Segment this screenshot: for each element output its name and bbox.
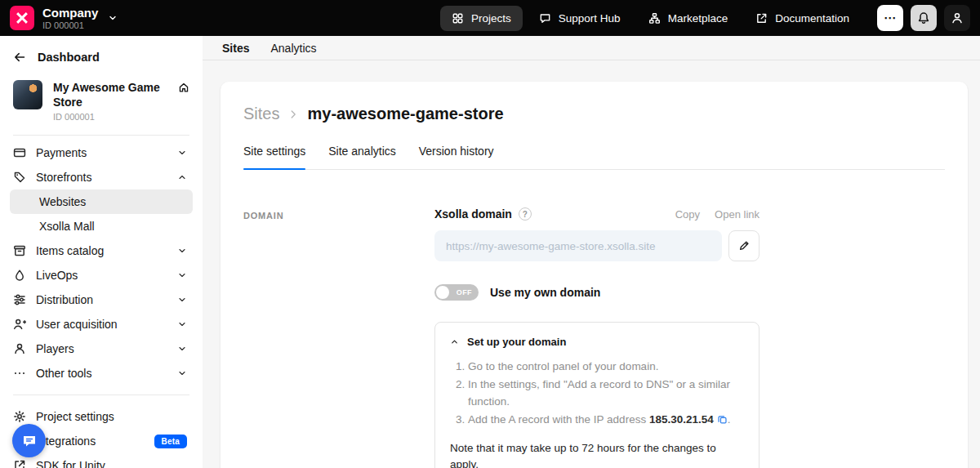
chevron-down-icon: [108, 13, 118, 23]
sidebar: Dashboard My Awesome Game Store ID 00000…: [0, 36, 203, 468]
external-link-icon: [13, 459, 26, 468]
project-name: My Awesome Game Store: [53, 80, 167, 109]
liveops-icon: [13, 269, 26, 282]
section-label-domain: DOMAIN: [243, 207, 434, 468]
chevron-down-icon: [177, 270, 187, 280]
breadcrumb-sites-link[interactable]: Sites: [243, 105, 279, 123]
setup-step-1: Go to the control panel of your domain.: [468, 359, 744, 375]
setup-note: Note that it may take up to 72 hours for…: [450, 440, 744, 468]
sidebar-item-payments[interactable]: Payments: [10, 140, 193, 165]
sidebar-item-xsolla-mall[interactable]: Xsolla Mall: [10, 214, 193, 238]
copy-icon[interactable]: [717, 414, 728, 425]
sidebar-item-players[interactable]: Players: [10, 337, 193, 361]
chat-bubble-icon: [539, 12, 551, 25]
chevron-up-icon: [450, 337, 459, 346]
nav-projects[interactable]: Projects: [440, 6, 523, 31]
xsolla-logo: [10, 6, 34, 30]
topbar-nav: Projects Support Hub Marketplace Documen…: [440, 6, 861, 31]
own-domain-label: Use my own domain: [490, 286, 600, 299]
nav-projects-label: Projects: [471, 12, 511, 25]
setup-step-2: In the settings, find "Add a record to D…: [468, 377, 744, 410]
company-id: ID 000001: [42, 20, 98, 31]
gear-icon: [13, 410, 26, 423]
sidebar-item-websites[interactable]: Websites: [10, 189, 193, 214]
payments-icon: [13, 146, 26, 159]
tab-site-settings[interactable]: Site settings: [243, 145, 305, 169]
main-area: Sites Analytics Sites my-awesome-game-st…: [203, 36, 980, 468]
sidebar-item-distribution[interactable]: Distribution: [10, 287, 193, 312]
beta-badge: Beta: [154, 435, 187, 448]
sidebar-item-storefronts[interactable]: Storefronts: [10, 165, 193, 189]
section-tabs: Sites Analytics: [203, 36, 980, 60]
sidebar-item-items-catalog[interactable]: Items catalog: [10, 238, 193, 263]
chevron-down-icon: [177, 246, 187, 256]
notifications-button[interactable]: [911, 5, 937, 31]
chevron-down-icon: [177, 148, 187, 158]
site-settings-card: Sites my-awesome-game-store Site setting…: [220, 82, 968, 468]
chevron-down-icon: [177, 368, 187, 378]
company-block: Company ID 000001: [42, 6, 98, 31]
edit-domain-button[interactable]: [728, 230, 760, 261]
setup-step-3-period: .: [728, 413, 731, 426]
nav-support-hub[interactable]: Support Hub: [528, 6, 632, 31]
account-button[interactable]: [944, 5, 970, 31]
topbar: Company ID 000001 Projects Support Hub M…: [0, 0, 980, 36]
sidebar-item-user-acquisition[interactable]: User acquisition: [10, 312, 193, 337]
setup-step-3-text: Add the A record with the IP address: [468, 413, 649, 426]
chevron-down-icon: [177, 319, 187, 329]
sidebar-divider: [13, 394, 189, 395]
tab-sites[interactable]: Sites: [222, 42, 249, 55]
sidebar-menu: Payments Storefronts Websites Xsolla Mal…: [0, 140, 203, 468]
sidebar-item-other-tools[interactable]: Other tools: [10, 361, 193, 386]
company-switcher[interactable]: Company ID 000001: [10, 6, 118, 31]
sidebar-divider: [13, 135, 189, 136]
nav-marketplace-label: Marketplace: [668, 12, 728, 25]
back-to-dashboard[interactable]: Dashboard: [0, 41, 203, 74]
nav-marketplace[interactable]: Marketplace: [637, 6, 740, 31]
external-link-icon: [755, 12, 768, 25]
sidebar-item-liveops[interactable]: LiveOps: [10, 263, 193, 287]
ellipsis-icon: ⋯: [884, 11, 897, 25]
items-catalog-icon: [13, 244, 26, 257]
setup-domain-panel: Set up your domain Go to the control pan…: [434, 322, 760, 468]
tab-version-history[interactable]: Version history: [419, 145, 494, 169]
more-button[interactable]: ⋯: [877, 5, 903, 31]
breadcrumb-current: my-awesome-game-store: [307, 105, 503, 123]
setup-panel-title: Set up your domain: [467, 336, 566, 348]
toggle-state-label: OFF: [457, 288, 472, 296]
project-card[interactable]: My Awesome Game Store ID 000001: [0, 74, 203, 130]
copy-link[interactable]: Copy: [675, 208, 700, 221]
nav-documentation-label: Documentation: [775, 12, 849, 25]
dots-icon: [13, 367, 26, 380]
project-id: ID 000001: [53, 112, 167, 122]
site-tabs: Site settings Site analytics Version his…: [243, 145, 945, 170]
user-plus-icon: [13, 318, 26, 331]
nav-documentation[interactable]: Documentation: [744, 6, 861, 31]
own-domain-toggle[interactable]: OFF: [434, 284, 479, 301]
chevron-down-icon: [177, 344, 187, 354]
help-icon[interactable]: ?: [519, 207, 532, 221]
setup-step-3: Add the A record with the IP address 185…: [468, 412, 744, 428]
breadcrumb: Sites my-awesome-game-store: [243, 105, 945, 123]
back-label: Dashboard: [38, 51, 100, 64]
setup-panel-header[interactable]: Set up your domain: [450, 336, 744, 348]
pencil-icon: [738, 240, 750, 252]
topbar-actions: ⋯: [877, 5, 970, 31]
chevron-down-icon: [177, 295, 187, 305]
project-thumbnail: [13, 80, 42, 109]
chevron-up-icon: [177, 172, 187, 182]
tab-analytics[interactable]: Analytics: [270, 42, 316, 55]
chat-icon: [21, 433, 38, 449]
ip-address: 185.30.21.54: [649, 413, 714, 426]
chat-widget-button[interactable]: [12, 424, 46, 457]
sidebar-item-sdk-for-unity[interactable]: SDK for Unity: [10, 453, 193, 468]
player-icon: [13, 342, 26, 355]
xsolla-domain-input[interactable]: [434, 230, 722, 261]
marketplace-icon: [648, 12, 661, 25]
nav-support-hub-label: Support Hub: [559, 12, 621, 25]
setup-steps: Go to the control panel of your domain. …: [450, 359, 744, 428]
tab-site-analytics[interactable]: Site analytics: [328, 145, 395, 169]
xsolla-domain-label: Xsolla domain: [434, 207, 512, 221]
open-link[interactable]: Open link: [715, 208, 760, 221]
back-arrow-icon: [13, 51, 26, 64]
